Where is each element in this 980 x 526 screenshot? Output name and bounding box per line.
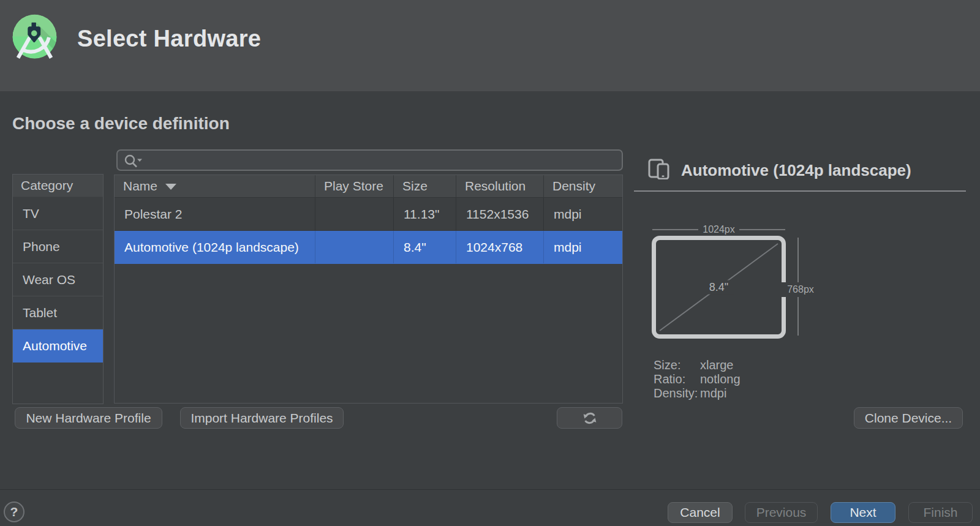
category-panel: Category TV Phone Wear OS Tablet Automot… [12,174,104,404]
cell-resolution[interactable]: 1024x768 [456,231,544,263]
dialog-footer: ? Cancel Previous Next Finish [0,489,980,526]
width-dimension-line-left [652,229,698,230]
help-button[interactable]: ? [4,502,24,522]
table-header-row: Name Play Store Size Resolution Density [115,175,622,198]
column-header-density[interactable]: Density [544,175,622,197]
search-input[interactable] [116,149,623,171]
dialog-title: Select Hardware [77,24,261,53]
column-header-size[interactable]: Size [394,175,456,197]
new-hardware-profile-button[interactable]: New Hardware Profile [15,407,162,429]
table-row-polestar-2[interactable]: Polestar 2 11.13" 1152x1536 mdpi [115,198,622,231]
import-hardware-profiles-button[interactable]: Import Hardware Profiles [180,407,344,429]
category-item-tv[interactable]: TV [13,197,103,230]
column-header-name-label: Name [123,179,157,193]
spec-row-density: Density:mdpi [654,386,741,400]
spec-value: xlarge [700,358,733,372]
cell-size[interactable]: 11.13" [394,198,456,230]
refresh-icon [582,410,598,426]
section-heading: Choose a device definition [12,113,230,134]
category-column-header: Category [13,175,103,197]
dialog-content: Choose a device definition Category TV P… [0,91,980,489]
column-header-play-store[interactable]: Play Store [315,175,394,197]
category-item-tablet[interactable]: Tablet [13,296,103,329]
spec-value: notlong [700,372,741,386]
cell-play-store[interactable] [315,231,394,263]
cell-size[interactable]: 8.4" [394,231,456,263]
details-title: Automotive (1024p landscape) [681,160,911,180]
search-icon[interactable] [123,154,143,170]
refresh-button[interactable] [557,407,622,429]
device-icon [648,159,670,179]
dialog-titlebar: Select Hardware [0,0,980,91]
height-dimension-label: 768px [780,282,821,297]
spec-value: mdpi [700,386,726,400]
diagonal-size-label: 8.4" [704,280,734,295]
spec-label: Size: [654,358,700,372]
cell-density[interactable]: mdpi [544,231,622,263]
column-header-name[interactable]: Name [115,175,315,197]
spec-label: Density: [654,386,700,400]
column-header-resolution[interactable]: Resolution [456,175,544,197]
width-dimension-line-right [739,229,785,230]
device-definition-table: Name Play Store Size Resolution Density … [114,175,623,404]
sort-descending-icon [165,184,176,190]
next-button[interactable]: Next [831,502,895,523]
cell-name[interactable]: Polestar 2 [115,198,315,230]
cancel-button[interactable]: Cancel [668,502,733,523]
cell-play-store[interactable] [315,198,394,230]
search-dropdown-caret-icon [137,159,142,162]
spec-label: Ratio: [654,372,700,386]
spec-row-size: Size:xlarge [654,358,741,372]
device-screen-diagram: 8.4" [652,236,786,339]
android-studio-logo [12,14,58,60]
category-item-phone[interactable]: Phone [13,230,103,263]
details-separator [634,190,966,192]
finish-button[interactable]: Finish [908,502,973,523]
category-item-automotive[interactable]: Automotive [13,329,103,363]
previous-button[interactable]: Previous [745,502,818,523]
device-specs: Size:xlarge Ratio:notlong Density:mdpi [654,358,741,400]
table-row-automotive-selected[interactable]: Automotive (1024p landscape) 8.4" 1024x7… [115,231,622,264]
spec-row-ratio: Ratio:notlong [654,372,741,386]
clone-device-button[interactable]: Clone Device... [854,407,963,429]
category-item-wear-os[interactable]: Wear OS [13,263,103,296]
cell-density[interactable]: mdpi [544,198,622,230]
cell-resolution[interactable]: 1152x1536 [456,198,544,230]
cell-name[interactable]: Automotive (1024p landscape) [115,231,315,263]
